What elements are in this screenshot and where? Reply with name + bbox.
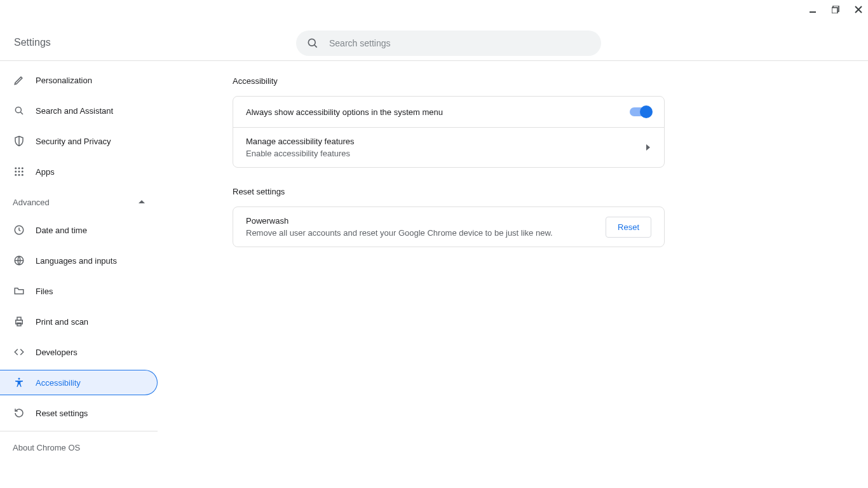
search-icon — [13, 104, 25, 117]
sidebar-item-reset-settings[interactable]: Reset settings — [0, 400, 158, 426]
advanced-label: Advanced — [13, 198, 50, 207]
sidebar-item-label: Date and time — [36, 226, 87, 235]
clock-icon — [13, 224, 25, 236]
svg-point-14 — [22, 171, 24, 173]
sidebar-item-label: Developers — [36, 348, 78, 357]
svg-point-11 — [22, 167, 24, 169]
main: Accessibility Always show accessibility … — [158, 61, 868, 488]
globe-icon — [13, 254, 25, 267]
sidebar-item-files[interactable]: Files — [0, 278, 158, 304]
reset-icon — [13, 407, 25, 419]
sidebar: Personalization Search and Assistant Sec… — [0, 61, 158, 488]
sidebar-item-personalization[interactable]: Personalization — [0, 67, 158, 93]
sidebar-item-languages-inputs[interactable]: Languages and inputs — [0, 248, 158, 273]
sidebar-item-apps[interactable]: Apps — [0, 159, 158, 184]
section-title-accessibility: Accessibility — [233, 76, 665, 86]
svg-rect-21 — [17, 317, 21, 320]
sidebar-item-label: Accessibility — [36, 378, 81, 388]
sidebar-item-label: Personalization — [36, 76, 92, 85]
toggle-knob — [640, 105, 653, 118]
chevron-right-icon — [646, 144, 651, 151]
printer-icon — [13, 315, 25, 328]
reset-card: Powerwash Remove all user accounts and r… — [233, 207, 665, 247]
sidebar-item-date-time[interactable]: Date and time — [0, 217, 158, 243]
sidebar-about[interactable]: About Chrome OS — [0, 431, 158, 464]
svg-point-23 — [18, 378, 20, 380]
reset-button[interactable]: Reset — [606, 217, 651, 238]
content: Accessibility Always show accessibility … — [233, 76, 665, 247]
search-input[interactable] — [329, 38, 591, 48]
svg-line-6 — [315, 45, 317, 48]
row-powerwash: Powerwash Remove all user accounts and r… — [233, 207, 664, 247]
search-icon — [306, 37, 319, 50]
sidebar-item-security-privacy[interactable]: Security and Privacy — [0, 128, 158, 154]
sidebar-advanced-toggle[interactable]: Advanced — [0, 189, 158, 215]
pencil-icon — [13, 74, 25, 86]
svg-point-12 — [15, 171, 17, 173]
row-sublabel: Enable accessibility features — [246, 149, 355, 158]
section-title-reset: Reset settings — [233, 187, 665, 196]
row-label: Manage accessibility features — [246, 137, 355, 146]
about-label: About Chrome OS — [13, 443, 80, 452]
svg-point-17 — [22, 174, 24, 176]
sidebar-item-label: Languages and inputs — [36, 256, 117, 266]
accessibility-card: Always show accessibility options in the… — [233, 96, 665, 168]
svg-point-15 — [15, 174, 17, 176]
sidebar-item-label: Reset settings — [36, 409, 88, 418]
folder-icon — [13, 285, 25, 297]
sidebar-item-label: Apps — [36, 167, 55, 177]
sidebar-item-label: Files — [36, 287, 53, 296]
svg-line-8 — [20, 112, 23, 114]
sidebar-item-label: Search and Assistant — [36, 106, 113, 116]
svg-point-9 — [15, 167, 17, 169]
header: Settings — [0, 0, 868, 61]
code-icon — [13, 346, 25, 358]
svg-point-16 — [18, 174, 20, 176]
sidebar-item-accessibility[interactable]: Accessibility — [0, 370, 158, 395]
svg-point-7 — [15, 107, 21, 112]
row-label: Powerwash — [246, 216, 553, 226]
accessibility-icon — [13, 376, 25, 389]
sidebar-item-search-assistant[interactable]: Search and Assistant — [0, 98, 158, 123]
sidebar-item-print-scan[interactable]: Print and scan — [0, 309, 158, 334]
app-title: Settings — [14, 37, 51, 48]
row-manage-accessibility[interactable]: Manage accessibility features Enable acc… — [233, 127, 664, 167]
shield-icon — [13, 135, 25, 147]
svg-point-5 — [308, 39, 315, 46]
sidebar-item-label: Print and scan — [36, 317, 88, 327]
apps-icon — [13, 165, 25, 178]
search-box[interactable] — [296, 30, 601, 56]
sidebar-item-label: Security and Privacy — [36, 137, 111, 146]
row-sublabel: Remove all user accounts and reset your … — [246, 228, 553, 238]
sidebar-item-developers[interactable]: Developers — [0, 339, 158, 365]
always-show-accessibility-toggle[interactable] — [630, 107, 651, 116]
svg-point-10 — [18, 167, 20, 169]
svg-point-13 — [18, 171, 20, 173]
row-label: Always show accessibility options in the… — [246, 107, 443, 117]
caret-up-icon — [139, 199, 145, 205]
row-always-show-accessibility: Always show accessibility options in the… — [233, 97, 664, 127]
